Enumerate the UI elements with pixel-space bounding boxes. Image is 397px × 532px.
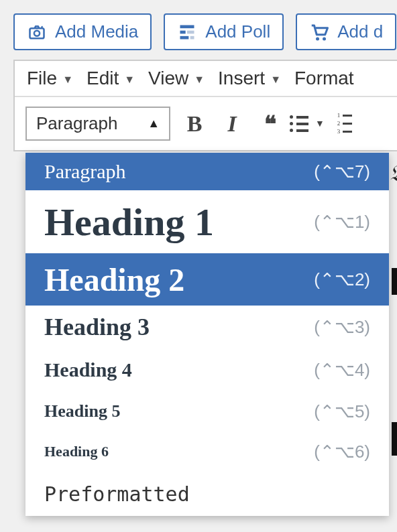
format-option-shortcut: (⌃⌥2) xyxy=(314,269,370,290)
block-format-select[interactable]: Paragraph ▲ xyxy=(25,107,170,141)
format-option-label: Paragraph xyxy=(44,160,126,183)
format-option-h1[interactable]: Heading 1(⌃⌥1) xyxy=(25,190,389,253)
bullet-list-icon xyxy=(290,115,308,132)
poll-icon xyxy=(177,22,197,42)
format-option-paragraph[interactable]: Paragraph(⌃⌥7) xyxy=(25,153,389,190)
menu-file[interactable]: File ▼ xyxy=(27,68,73,89)
format-option-shortcut: (⌃⌥7) xyxy=(314,161,370,182)
add-deal-button[interactable]: Add d xyxy=(296,13,396,50)
editor-toolbar: Paragraph ▲ B I ❝ ▼ 1 2 3 xyxy=(15,97,397,150)
format-option-h4[interactable]: Heading 4(⌃⌥4) xyxy=(25,348,389,391)
numbered-list-icon: 1 2 3 xyxy=(337,113,353,135)
format-option-shortcut: (⌃⌥1) xyxy=(314,212,370,232)
menu-file-label: File xyxy=(27,68,57,89)
format-option-label: Heading 1 xyxy=(44,200,214,245)
format-option-label: Heading 4 xyxy=(44,358,132,381)
format-option-h5[interactable]: Heading 5(⌃⌥5) xyxy=(25,391,389,431)
menu-insert[interactable]: Insert ▼ xyxy=(218,68,281,89)
bullet-list-button[interactable]: ▼ xyxy=(294,111,321,137)
format-option-shortcut: (⌃⌥5) xyxy=(314,401,370,422)
svg-rect-5 xyxy=(180,36,189,39)
format-option-label: Heading 3 xyxy=(44,313,150,341)
menu-edit[interactable]: Edit ▼ xyxy=(87,68,135,89)
editor-container: File ▼ Edit ▼ View ▼ Insert ▼ Format Par… xyxy=(13,60,397,151)
add-media-label: Add Media xyxy=(55,21,138,42)
svg-point-8 xyxy=(323,37,326,40)
add-media-button[interactable]: Add Media xyxy=(13,13,152,50)
menu-view-label: View xyxy=(148,68,188,89)
format-option-shortcut: (⌃⌥4) xyxy=(314,360,370,381)
svg-point-7 xyxy=(316,37,319,40)
block-format-current: Paragraph xyxy=(36,113,117,134)
menu-view[interactable]: View ▼ xyxy=(148,68,205,89)
blockquote-button[interactable]: ❝ xyxy=(256,111,283,137)
add-deal-label: Add d xyxy=(337,21,383,42)
camera-icon xyxy=(27,22,47,42)
chevron-down-icon: ▼ xyxy=(124,74,135,86)
chevron-down-icon: ▼ xyxy=(62,74,73,86)
cart-icon xyxy=(309,22,329,42)
numbered-list-button[interactable]: 1 2 3 xyxy=(331,111,358,137)
format-option-pre[interactable]: Preformatted xyxy=(25,472,389,516)
italic-button[interactable]: I xyxy=(219,111,245,137)
block-format-dropdown: Paragraph(⌃⌥7)Heading 1(⌃⌥1)Heading 2(⌃⌥… xyxy=(25,153,389,516)
format-option-label: Heading 2 xyxy=(44,261,184,298)
svg-rect-2 xyxy=(180,25,194,28)
triangle-up-icon: ▲ xyxy=(148,117,160,131)
editor-menubar: File ▼ Edit ▼ View ▼ Insert ▼ Format xyxy=(15,61,397,97)
chevron-down-icon: ▼ xyxy=(315,119,325,129)
format-option-h6[interactable]: Heading 6(⌃⌥6) xyxy=(25,431,389,472)
format-option-label: Heading 6 xyxy=(44,443,109,460)
obscured-toolbar-icon: 𝔅 xyxy=(389,161,397,187)
menu-format-label: Format xyxy=(294,68,354,89)
chevron-down-icon: ▼ xyxy=(194,74,205,86)
svg-point-1 xyxy=(34,30,40,36)
format-option-h3[interactable]: Heading 3(⌃⌥3) xyxy=(25,306,389,348)
chevron-down-icon: ▼ xyxy=(270,74,281,86)
obscured-content xyxy=(392,422,397,456)
menu-format[interactable]: Format xyxy=(294,68,354,89)
svg-rect-3 xyxy=(180,30,186,34)
add-poll-label: Add Poll xyxy=(205,21,270,42)
format-option-label: Heading 5 xyxy=(44,401,120,421)
format-option-shortcut: (⌃⌥3) xyxy=(314,317,370,338)
action-button-row: Add Media Add Poll xyxy=(13,13,397,50)
bold-button[interactable]: B xyxy=(181,111,208,137)
svg-rect-6 xyxy=(190,36,194,39)
add-poll-button[interactable]: Add Poll xyxy=(164,13,284,50)
obscured-content xyxy=(392,268,397,295)
menu-insert-label: Insert xyxy=(218,68,265,89)
menu-edit-label: Edit xyxy=(87,68,119,89)
svg-rect-4 xyxy=(187,30,194,34)
format-option-shortcut: (⌃⌥6) xyxy=(314,442,370,462)
format-option-h2[interactable]: Heading 2(⌃⌥2) xyxy=(25,253,389,306)
format-option-label: Preformatted xyxy=(44,482,190,506)
